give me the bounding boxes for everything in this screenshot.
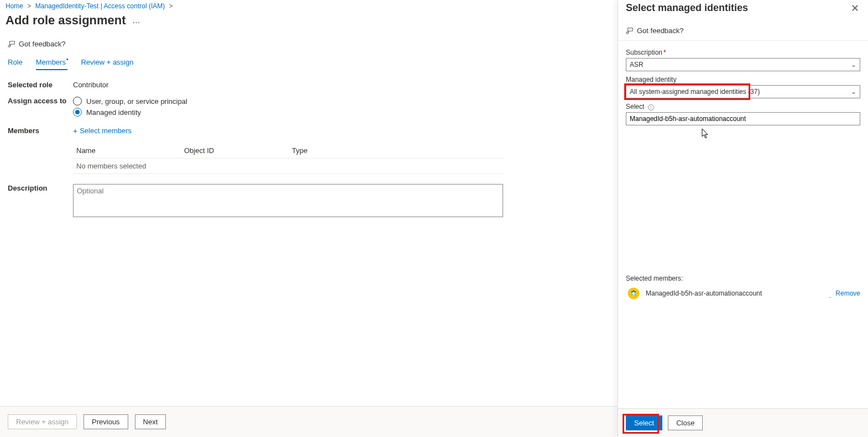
panel-feedback-link[interactable]: Got feedback? — [618, 15, 868, 41]
select-members-label: Select members — [80, 127, 132, 135]
panel-selected-members: Selected members: ManagedId-b5h-asr-auto… — [618, 275, 868, 301]
panel-header: Select managed identities ✕ — [618, 0, 868, 15]
breadcrumb-sep-2: > — [169, 2, 173, 10]
panel-body: Subscription* ASR ⌄ Managed identity All… — [618, 41, 868, 131]
label-subscription-text: Subscription — [626, 49, 662, 56]
label-select: Select i — [626, 103, 860, 110]
table-header: Name Object ID Type — [73, 143, 504, 159]
previous-button[interactable]: Previous — [83, 414, 128, 429]
svg-point-1 — [626, 31, 629, 34]
close-icon[interactable]: ✕ — [849, 2, 861, 14]
side-panel: Select managed identities ✕ Got feedback… — [618, 0, 868, 437]
chevron-down-icon: ⌄ — [851, 88, 856, 96]
label-managed-identity: Managed identity — [626, 76, 860, 83]
required-star: * — [663, 49, 666, 56]
tab-members[interactable]: Members• — [36, 55, 68, 70]
col-object-id: Object ID — [184, 146, 292, 155]
info-icon[interactable]: i — [648, 104, 654, 110]
selected-member-row: ManagedId-b5h-asr-automationaccount .. R… — [626, 286, 860, 301]
description-input[interactable] — [73, 184, 503, 217]
tab-members-label: Members — [36, 58, 66, 66]
drag-dots-icon: .. — [828, 293, 832, 299]
empty-text: No members selected — [76, 162, 146, 170]
svg-point-0 — [8, 45, 11, 47]
breadcrumb-home[interactable]: Home — [6, 2, 23, 10]
person-feedback-icon — [8, 40, 15, 48]
panel-title: Select managed identities — [626, 2, 748, 14]
select-members-link[interactable]: + Select members — [73, 127, 132, 135]
automation-gear-icon — [626, 286, 641, 301]
table-empty-row: No members selected — [73, 159, 504, 173]
remove-member-link[interactable]: Remove — [835, 289, 860, 297]
tab-role[interactable]: Role — [8, 55, 23, 70]
plus-icon: + — [73, 127, 77, 135]
label-members: Members — [8, 127, 73, 135]
radio-mi-label: Managed identity — [86, 108, 141, 117]
label-description: Description — [8, 184, 73, 192]
selected-members-heading: Selected members: — [626, 275, 860, 282]
label-assign-access: Assign access to — [8, 97, 73, 105]
breadcrumb-item[interactable]: ManagedIdentity-Test | Access control (I… — [35, 2, 165, 10]
label-select-text: Select — [626, 103, 644, 110]
members-table: Name Object ID Type No members selected — [73, 143, 504, 174]
col-name: Name — [76, 146, 184, 155]
footer-bar: Review + assign Previous Next — [0, 406, 618, 437]
person-feedback-icon — [626, 27, 634, 35]
chevron-down-icon: ⌄ — [851, 61, 856, 69]
review-assign-button[interactable]: Review + assign — [8, 414, 77, 429]
subscription-value: ASR — [630, 61, 644, 69]
radio-managed-identity[interactable]: Managed identity — [73, 108, 504, 117]
managed-identity-dropdown[interactable]: All system-assigned managed identities (… — [626, 85, 860, 98]
radio-user-group[interactable]: User, group, or service principal — [73, 97, 504, 106]
page-title: Add role assignment — [6, 13, 126, 28]
managed-identity-value: All system-assigned managed identities (… — [630, 88, 760, 96]
radio-icon-unchecked — [73, 97, 82, 106]
col-type: Type — [292, 146, 501, 155]
svg-point-3 — [632, 292, 635, 294]
label-selected-role: Selected role — [8, 81, 73, 89]
next-button[interactable]: Next — [135, 414, 166, 429]
panel-footer: Select Close — [618, 408, 868, 437]
radio-user-label: User, group, or service principal — [86, 97, 187, 106]
label-subscription: Subscription* — [626, 49, 860, 56]
subscription-dropdown[interactable]: ASR ⌄ — [626, 58, 860, 71]
close-button[interactable]: Close — [668, 415, 703, 430]
value-selected-role: Contributor — [73, 81, 504, 89]
required-dot-icon: • — [66, 56, 69, 62]
more-icon[interactable]: … — [133, 16, 142, 25]
panel-feedback-label: Got feedback? — [637, 27, 684, 35]
select-search-input[interactable] — [626, 112, 860, 125]
feedback-label: Got feedback? — [19, 40, 66, 48]
tab-review[interactable]: Review + assign — [81, 55, 133, 70]
breadcrumb-sep: > — [27, 2, 31, 10]
selected-member-name: ManagedId-b5h-asr-automationaccount — [646, 289, 824, 297]
radio-icon-checked — [73, 108, 82, 117]
select-button[interactable]: Select — [626, 415, 662, 430]
